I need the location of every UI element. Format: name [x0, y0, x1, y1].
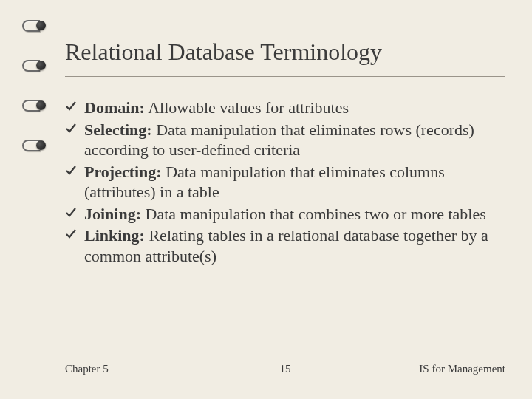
description: Allowable values for attributes — [145, 98, 349, 117]
ring-icon — [22, 138, 46, 151]
slide-footer: Chapter 5 15 IS for Management — [65, 363, 505, 375]
footer-page-number: 15 — [280, 363, 291, 375]
checkmark-icon — [65, 123, 77, 134]
ring-icon — [22, 18, 46, 32]
checkmark-icon — [65, 100, 77, 112]
term: Projecting: — [84, 163, 162, 181]
list-item: Domain: Allowable values for attributes — [65, 98, 505, 118]
description: Relating tables in a relational database… — [84, 226, 488, 265]
checkmark-icon — [65, 165, 77, 177]
ring-icon — [22, 58, 46, 72]
slide-content: Relational Database Terminology Domain: … — [65, 38, 505, 267]
description: Data manipulation that combines two or m… — [141, 205, 486, 223]
footer-right: IS for Management — [419, 363, 505, 375]
term: Domain: — [84, 98, 145, 117]
checkmark-icon — [65, 228, 77, 240]
checkmark-icon — [65, 207, 77, 219]
slide-title: Relational Database Terminology — [65, 38, 505, 66]
term: Selecting: — [84, 120, 152, 139]
term: Joining: — [84, 205, 141, 223]
ring-icon — [22, 98, 46, 112]
title-divider — [65, 76, 505, 77]
list-item: Selecting: Data manipulation that elimin… — [65, 120, 505, 160]
term: Linking: — [84, 226, 145, 245]
list-item: Linking: Relating tables in a relational… — [65, 225, 505, 266]
binder-rings — [22, 18, 46, 151]
list-item: Joining: Data manipulation that combines… — [65, 204, 505, 225]
list-item: Projecting: Data manipulation that elimi… — [65, 162, 505, 202]
footer-left: Chapter 5 — [65, 363, 109, 375]
bullet-list: Domain: Allowable values for attributes … — [65, 98, 505, 266]
